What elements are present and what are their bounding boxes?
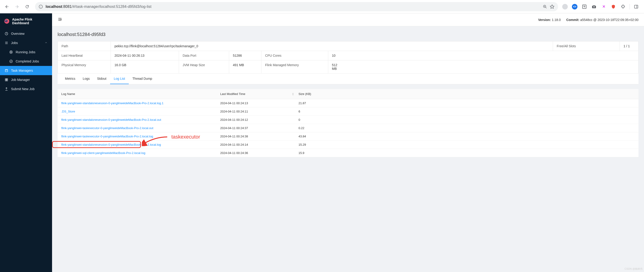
- table-row: flink-yanglinwei-taskexecutor-0-yanglinw…: [58, 132, 638, 141]
- svg-rect-26: [7, 79, 8, 80]
- tab-metrics[interactable]: Metrics: [61, 74, 79, 84]
- column-log-name[interactable]: Log Name: [61, 92, 220, 96]
- ext-gray-circle-icon[interactable]: [562, 4, 568, 10]
- sort-icon[interactable]: ▲▼: [292, 92, 294, 96]
- svg-rect-9: [634, 5, 638, 8]
- table-header: Log Name Last Modified Time ▲▼ Size (KB): [58, 89, 638, 99]
- svg-point-12: [4, 20, 8, 22]
- log-file-link[interactable]: flink-yanglinwei-standalonesession-0-yan…: [61, 143, 161, 146]
- info-value: 2024-04-11 00:26:13: [111, 51, 179, 60]
- extensions-icon[interactable]: [620, 4, 626, 10]
- info-value: 512 MB: [328, 60, 347, 73]
- build-icon: [4, 78, 8, 82]
- info-label: Path: [58, 42, 111, 51]
- log-file-link[interactable]: flink-yanglinwei-taskexecutor-0-yanglinw…: [61, 126, 154, 130]
- info-value: 16.0 GB: [111, 60, 179, 73]
- tabs: Metrics Logs Stdout Log List Thread Dump: [58, 74, 638, 84]
- info-value: 51286: [229, 51, 262, 60]
- log-file-link[interactable]: .DS_Store: [61, 110, 75, 113]
- url-text: localhost:8081/#/task-manager/localhost:…: [46, 5, 540, 9]
- info-label: Free/All Slots: [553, 42, 620, 51]
- info-value: pekko.tcp://flink@localhost:51284/user/r…: [111, 42, 553, 51]
- reload-button[interactable]: [23, 3, 31, 11]
- sidebar: Apache Flink Dashboard Overview Jobs R: [0, 13, 52, 272]
- sidebar-item-running-jobs[interactable]: Running Jobs: [0, 48, 52, 57]
- chevron-up-icon: [45, 41, 48, 45]
- sidebar-label: Jobs: [11, 41, 18, 45]
- watermark: CSDN @杨林伟: [625, 267, 642, 270]
- url-bar[interactable]: localhost:8081/#/task-manager/localhost:…: [35, 2, 558, 11]
- log-time: 2024-04-11 00:24:13: [220, 101, 298, 105]
- reload-icon: [25, 5, 30, 9]
- info-icon: [39, 5, 43, 9]
- svg-point-13: [6, 20, 6, 21]
- check-circle-icon: [9, 60, 13, 63]
- flink-logo-icon: [4, 18, 10, 25]
- ext-camera-icon[interactable]: [591, 4, 597, 10]
- tab-stdout[interactable]: Stdout: [93, 74, 110, 84]
- log-table: Log Name Last Modified Time ▲▼ Size (KB)…: [58, 89, 638, 157]
- arrow-right-icon: [15, 5, 19, 9]
- sidebar-item-completed-jobs[interactable]: Completed Jobs: [0, 57, 52, 66]
- sidebar-item-submit-job[interactable]: Submit New Job: [0, 84, 52, 94]
- svg-line-4: [546, 7, 546, 8]
- sidebar-item-overview[interactable]: Overview: [0, 29, 52, 38]
- sidebar-label: Completed Jobs: [16, 60, 39, 63]
- main-content: Version: 1.18.0 Commit: a5548cc @ 2023-1…: [52, 13, 644, 272]
- log-time: 2024-04-11 00:24:14: [220, 143, 298, 146]
- svg-rect-21: [5, 69, 8, 72]
- log-file-link[interactable]: flink-yanglinwei-sql-client-yanglinweide…: [61, 151, 145, 155]
- forward-button[interactable]: [13, 3, 21, 11]
- back-button[interactable]: [3, 3, 11, 11]
- table-row: flink-yanglinwei-standalonesession-0-yan…: [58, 116, 638, 124]
- ext-x-icon[interactable]: ✕: [600, 4, 607, 10]
- extension-icons: <> N ✕: [562, 4, 641, 10]
- sidebar-label: Job Manager: [11, 78, 30, 82]
- sidebar-item-job-manager[interactable]: Job Manager: [0, 75, 52, 84]
- sidebar-item-jobs[interactable]: Jobs: [0, 38, 52, 48]
- menu-fold-icon[interactable]: [58, 17, 62, 22]
- sidebar-label: Task Managers: [11, 69, 33, 72]
- svg-marker-19: [11, 51, 12, 53]
- svg-marker-7: [550, 5, 554, 8]
- svg-rect-27: [5, 80, 6, 81]
- sidebar-item-task-managers[interactable]: Task Managers: [0, 66, 52, 75]
- info-value: 491 MB: [229, 60, 262, 73]
- dashboard-icon: [4, 32, 8, 36]
- schedule-icon: [4, 69, 8, 72]
- bookmark-star-icon[interactable]: [550, 5, 554, 9]
- sidebar-label: Overview: [11, 32, 24, 36]
- info-label: Data Port: [179, 51, 229, 60]
- tab-thread-dump[interactable]: Thread Dump: [129, 74, 156, 84]
- info-value: 10: [328, 51, 347, 60]
- ext-shield-icon[interactable]: [610, 4, 616, 10]
- log-time: 2024-04-11 00:24:11: [220, 110, 298, 113]
- log-time: 2024-04-11 00:24:37: [220, 126, 298, 130]
- sidebar-label: Running Jobs: [16, 50, 36, 54]
- ext-notion-icon[interactable]: N: [581, 4, 588, 10]
- svg-point-8: [594, 6, 595, 7]
- arrow-left-icon: [4, 5, 9, 9]
- list-icon: [4, 41, 8, 45]
- log-size: 43.84: [298, 135, 635, 138]
- log-file-link[interactable]: flink-yanglinwei-standalonesession-0-yan…: [61, 118, 161, 121]
- tab-log-list[interactable]: Log List: [110, 74, 129, 84]
- table-row: flink-yanglinwei-taskexecutor-0-yanglinw…: [58, 124, 638, 132]
- log-file-link[interactable]: flink-yanglinwei-standalonesession-0-yan…: [61, 101, 164, 105]
- log-size: 15.29: [298, 143, 635, 146]
- info-label: Physical Memory: [58, 60, 111, 73]
- info-table: Path pekko.tcp://flink@localhost:51284/u…: [58, 41, 638, 74]
- zoom-icon[interactable]: [543, 5, 547, 9]
- log-time: 2024-04-11 00:24:12: [220, 118, 298, 121]
- log-file-link[interactable]: flink-yanglinwei-taskexecutor-0-yanglinw…: [61, 135, 153, 138]
- info-label: Last Heartbeat: [58, 51, 111, 60]
- play-circle-icon: [9, 50, 13, 54]
- column-last-modified[interactable]: Last Modified Time ▲▼: [220, 92, 298, 96]
- ext-blue-circle-icon[interactable]: <>: [572, 4, 578, 10]
- page-title: localhost:51284-d95fd3: [58, 32, 638, 37]
- sidebar-header: Apache Flink Dashboard: [0, 13, 52, 29]
- column-size[interactable]: Size (KB): [298, 92, 635, 96]
- log-size: 0.22: [298, 126, 635, 130]
- side-panel-icon[interactable]: [633, 4, 640, 10]
- tab-logs[interactable]: Logs: [79, 74, 93, 84]
